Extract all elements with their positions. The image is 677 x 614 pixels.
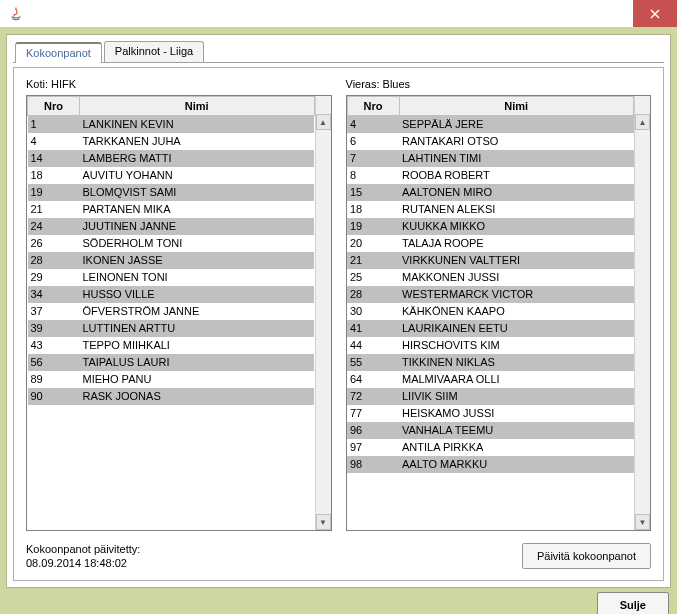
scroll-up-icon[interactable]: ▲: [635, 114, 650, 130]
cell-nro: 25: [347, 269, 399, 286]
table-row[interactable]: 29LEINONEN TONI: [28, 269, 315, 286]
table-row[interactable]: 14LAMBERG MATTI: [28, 150, 315, 167]
tab-content-kokoonpanot: Koti: HIFK Nro Nimi 1LANKINEN KEV: [13, 67, 664, 581]
cell-nimi: TIKKINEN NIKLAS: [399, 354, 634, 371]
cell-nimi: ROOBA ROBERT: [399, 167, 634, 184]
scroll-up-icon[interactable]: ▲: [316, 114, 331, 130]
cell-nro: 18: [28, 167, 80, 184]
home-column: Koti: HIFK Nro Nimi 1LANKINEN KEV: [26, 78, 332, 531]
cell-nimi: KUUKKA MIKKO: [399, 218, 634, 235]
tab-kokoonpanot[interactable]: Kokoonpanot: [15, 42, 102, 63]
table-row[interactable]: 30KÄHKÖNEN KAAPO: [347, 303, 634, 320]
cell-nro: 28: [28, 252, 80, 269]
cell-nimi: ANTILA PIRKKA: [399, 439, 634, 456]
cell-nro: 39: [28, 320, 80, 337]
table-row[interactable]: 15AALTONEN MIRO: [347, 184, 634, 201]
cell-nro: 20: [347, 235, 399, 252]
cell-nimi: RUTANEN ALEKSI: [399, 201, 634, 218]
home-header-nro[interactable]: Nro: [28, 97, 80, 116]
table-row[interactable]: 26SÖDERHOLM TONI: [28, 235, 315, 252]
table-row[interactable]: 44HIRSCHOVITS KIM: [347, 337, 634, 354]
table-row[interactable]: 43TEPPO MIIHKALI: [28, 337, 315, 354]
tab-palkinnot-liiga[interactable]: Palkinnot - Liiga: [104, 41, 204, 62]
table-row[interactable]: 18RUTANEN ALEKSI: [347, 201, 634, 218]
updated-label: Kokoonpanot päivitetty:: [26, 542, 140, 556]
cell-nro: 7: [347, 150, 399, 167]
table-row[interactable]: 21PARTANEN MIKA: [28, 201, 315, 218]
table-row[interactable]: 77HEISKAMO JUSSI: [347, 405, 634, 422]
table-row[interactable]: 64MALMIVAARA OLLI: [347, 371, 634, 388]
outer-container: Kokoonpanot Palkinnot - Liiga Koti: HIFK…: [0, 28, 677, 614]
cell-nimi: IKONEN JASSE: [80, 252, 315, 269]
table-row[interactable]: 4SEPPÄLÄ JERE: [347, 116, 634, 134]
table-row[interactable]: 98AALTO MARKKU: [347, 456, 634, 473]
cell-nimi: LAURIKAINEN EETU: [399, 320, 634, 337]
table-row[interactable]: 25MAKKONEN JUSSI: [347, 269, 634, 286]
cell-nro: 64: [347, 371, 399, 388]
update-rosters-button[interactable]: Päivitä kokoonpanot: [522, 543, 651, 569]
home-scrollbar[interactable]: ▲ ▼: [315, 96, 331, 530]
cell-nimi: JUUTINEN JANNE: [80, 218, 315, 235]
away-header-nro[interactable]: Nro: [347, 97, 399, 116]
cell-nimi: HIRSCHOVITS KIM: [399, 337, 634, 354]
cell-nro: 89: [28, 371, 80, 388]
cell-nimi: HEISKAMO JUSSI: [399, 405, 634, 422]
scroll-down-icon[interactable]: ▼: [635, 514, 650, 530]
home-header-nimi[interactable]: Nimi: [80, 97, 315, 116]
away-team-label: Vieras: Blues: [346, 78, 652, 90]
cell-nimi: TEPPO MIIHKALI: [80, 337, 315, 354]
table-row[interactable]: 55TIKKINEN NIKLAS: [347, 354, 634, 371]
table-row[interactable]: 89MIEHO PANU: [28, 371, 315, 388]
main-panel: Kokoonpanot Palkinnot - Liiga Koti: HIFK…: [6, 34, 671, 588]
table-row[interactable]: 8ROOBA ROBERT: [347, 167, 634, 184]
table-row[interactable]: 19BLOMQVIST SAMI: [28, 184, 315, 201]
table-row[interactable]: 96VANHALA TEEMU: [347, 422, 634, 439]
table-row[interactable]: 97ANTILA PIRKKA: [347, 439, 634, 456]
cell-nro: 56: [28, 354, 80, 371]
away-header-nimi[interactable]: Nimi: [399, 97, 634, 116]
table-row[interactable]: 24JUUTINEN JANNE: [28, 218, 315, 235]
cell-nro: 41: [347, 320, 399, 337]
table-row[interactable]: 6RANTAKARI OTSO: [347, 133, 634, 150]
cell-nimi: VIRKKUNEN VALTTERI: [399, 252, 634, 269]
cell-nro: 43: [28, 337, 80, 354]
table-row[interactable]: 28WESTERMARCK VICTOR: [347, 286, 634, 303]
table-row[interactable]: 72LIIVIK SIIM: [347, 388, 634, 405]
table-row[interactable]: 4TARKKANEN JUHA: [28, 133, 315, 150]
cell-nimi: KÄHKÖNEN KAAPO: [399, 303, 634, 320]
table-row[interactable]: 1LANKINEN KEVIN: [28, 116, 315, 134]
cell-nro: 1: [28, 116, 80, 134]
table-row[interactable]: 41LAURIKAINEN EETU: [347, 320, 634, 337]
table-row[interactable]: 39LUTTINEN ARTTU: [28, 320, 315, 337]
table-row[interactable]: 90RASK JOONAS: [28, 388, 315, 405]
window-close-button[interactable]: [633, 0, 677, 27]
table-row[interactable]: 37ÖFVERSTRÖM JANNE: [28, 303, 315, 320]
home-table-wrap: Nro Nimi 1LANKINEN KEVIN4TARKKANEN JUHA1…: [26, 95, 332, 531]
cell-nimi: TALAJA ROOPE: [399, 235, 634, 252]
away-table: Nro Nimi 4SEPPÄLÄ JERE6RANTAKARI OTSO7LA…: [347, 96, 635, 473]
cell-nro: 26: [28, 235, 80, 252]
table-row[interactable]: 7LAHTINEN TIMI: [347, 150, 634, 167]
cell-nro: 18: [347, 201, 399, 218]
cell-nro: 37: [28, 303, 80, 320]
cell-nro: 29: [28, 269, 80, 286]
table-row[interactable]: 56TAIPALUS LAURI: [28, 354, 315, 371]
table-row[interactable]: 19KUUKKA MIKKO: [347, 218, 634, 235]
cell-nro: 30: [347, 303, 399, 320]
table-row[interactable]: 20TALAJA ROOPE: [347, 235, 634, 252]
cell-nimi: PARTANEN MIKA: [80, 201, 315, 218]
cell-nro: 4: [28, 133, 80, 150]
cell-nimi: TARKKANEN JUHA: [80, 133, 315, 150]
table-row[interactable]: 18AUVITU YOHANN: [28, 167, 315, 184]
table-row[interactable]: 28IKONEN JASSE: [28, 252, 315, 269]
cell-nro: 6: [347, 133, 399, 150]
cell-nimi: MALMIVAARA OLLI: [399, 371, 634, 388]
table-row[interactable]: 34HUSSO VILLE: [28, 286, 315, 303]
table-row[interactable]: 21VIRKKUNEN VALTTERI: [347, 252, 634, 269]
away-scrollbar[interactable]: ▲ ▼: [634, 96, 650, 530]
cell-nimi: SÖDERHOLM TONI: [80, 235, 315, 252]
cell-nimi: MAKKONEN JUSSI: [399, 269, 634, 286]
away-table-wrap: Nro Nimi 4SEPPÄLÄ JERE6RANTAKARI OTSO7LA…: [346, 95, 652, 531]
scroll-down-icon[interactable]: ▼: [316, 514, 331, 530]
close-button[interactable]: Sulje: [597, 592, 669, 614]
